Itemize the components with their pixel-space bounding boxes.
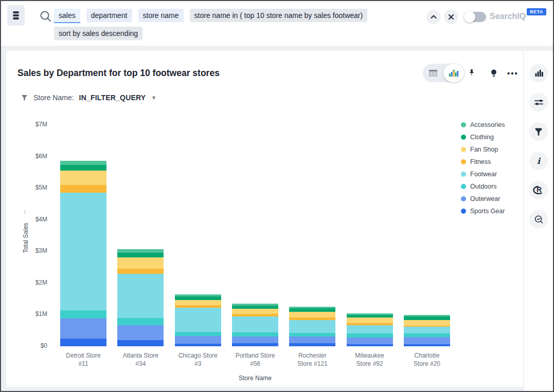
table-view-button[interactable] xyxy=(423,64,443,82)
bar-segment-fitness[interactable] xyxy=(232,314,278,316)
bar-segment-clothing[interactable] xyxy=(117,253,164,257)
search-insight-button[interactable] xyxy=(529,210,548,229)
bar-segment-outerwear[interactable] xyxy=(60,319,106,339)
bar-segment-fan-shop[interactable] xyxy=(117,257,164,269)
answer-card: Sales by Department for top 10 footwear … xyxy=(6,51,523,387)
style-button[interactable] xyxy=(529,122,548,141)
configure-chart-button[interactable] xyxy=(529,93,548,111)
search-token[interactable]: sort by sales descending xyxy=(54,27,142,40)
legend-label: Footwear xyxy=(470,171,497,178)
clear-search-button[interactable] xyxy=(444,10,458,24)
bar-segment-outdoors[interactable] xyxy=(175,332,221,336)
token-row-1: salesdepartmentstore namestore name in (… xyxy=(54,9,414,22)
legend-item[interactable]: Outdoors xyxy=(461,180,505,193)
legend-item[interactable]: Footwear xyxy=(461,168,505,180)
insights-button[interactable] xyxy=(485,64,503,82)
x-axis-category-label: MilwaukeeStore #92 xyxy=(339,351,401,368)
bar-segment-accessories[interactable] xyxy=(175,294,221,296)
data-source-button[interactable] xyxy=(7,5,25,26)
bar-segment-fitness[interactable] xyxy=(117,269,164,274)
bar-segment-clothing[interactable] xyxy=(60,165,106,171)
legend-item[interactable]: Sports Gear xyxy=(461,205,505,217)
bar-segment-outdoors[interactable] xyxy=(232,332,278,337)
bar-segment-accessories[interactable] xyxy=(117,249,164,253)
y-axis-tick-label: $6M xyxy=(22,153,47,160)
bar-segment-footwear[interactable] xyxy=(232,316,278,332)
view-mode-segmented-control xyxy=(423,64,464,82)
bar-segment-fan-shop[interactable] xyxy=(60,171,106,185)
y-axis-tick-label: $3M xyxy=(22,247,47,254)
bar-segment-fan-shop[interactable] xyxy=(289,312,335,318)
beta-badge: BETA xyxy=(527,8,546,15)
search-query-tokens[interactable]: salesdepartmentstore namestore name in (… xyxy=(54,9,414,45)
bar-segment-sports-gear[interactable] xyxy=(117,340,164,346)
bar-segment-accessories[interactable] xyxy=(289,307,335,308)
bar-segment-outdoors[interactable] xyxy=(60,310,106,319)
bar-segment-outerwear[interactable] xyxy=(117,325,164,340)
search-token[interactable]: sales xyxy=(54,9,80,22)
legend-item[interactable]: Fan Shop xyxy=(461,143,505,156)
bar-segment-fan-shop[interactable] xyxy=(347,318,393,323)
filter-row[interactable]: Store Name: IN_FILTER_QUERY ▼ xyxy=(21,94,156,102)
chart-view-button[interactable] xyxy=(443,64,464,82)
bar-segment-fitness[interactable] xyxy=(404,326,450,327)
bar-segment-outerwear[interactable] xyxy=(404,337,450,344)
bar-segment-outdoors[interactable] xyxy=(117,318,164,325)
searchiq-toggle[interactable] xyxy=(464,12,486,22)
bar-segment-sports-gear[interactable] xyxy=(289,343,335,346)
bar-segment-clothing[interactable] xyxy=(347,315,393,318)
bar-segment-footwear[interactable] xyxy=(60,193,106,311)
bar-segment-sports-gear[interactable] xyxy=(347,344,393,346)
legend-item[interactable]: Accessories xyxy=(461,119,505,131)
bar-segment-footwear[interactable] xyxy=(347,325,393,333)
bar-segment-sports-gear[interactable] xyxy=(404,344,450,346)
bar-segment-outerwear[interactable] xyxy=(232,337,278,344)
legend-label: Clothing xyxy=(470,134,494,141)
bar-segment-fan-shop[interactable] xyxy=(232,309,278,314)
bar-segment-footwear[interactable] xyxy=(404,327,450,333)
bar-segment-sports-gear[interactable] xyxy=(175,344,221,346)
chart-type-button[interactable] xyxy=(529,64,548,82)
bar-segment-outerwear[interactable] xyxy=(289,337,335,343)
x-axis-category-label: CharlotteStore #20 xyxy=(396,351,458,368)
bar-segment-fan-shop[interactable] xyxy=(175,300,221,305)
bar-segment-outerwear[interactable] xyxy=(175,336,221,344)
token-row-2: sort by sales descending xyxy=(54,27,414,40)
bar-segment-accessories[interactable] xyxy=(232,304,278,306)
bar-segment-accessories[interactable] xyxy=(347,313,393,315)
bar-segment-outerwear[interactable] xyxy=(347,338,393,344)
bar-segment-clothing[interactable] xyxy=(404,316,450,320)
bar-segment-fitness[interactable] xyxy=(175,305,221,308)
bar-segment-fitness[interactable] xyxy=(347,323,393,325)
legend-item[interactable]: Fitness xyxy=(461,156,505,168)
bar-segment-sports-gear[interactable] xyxy=(232,343,278,346)
bar-segment-clothing[interactable] xyxy=(232,306,278,309)
search-token[interactable]: store name in ( top 10 store name by sal… xyxy=(190,9,368,22)
more-options-button[interactable]: ••• xyxy=(504,64,522,82)
bar-segment-fitness[interactable] xyxy=(289,318,335,320)
bar-segment-footwear[interactable] xyxy=(175,308,221,332)
search-token[interactable]: store name xyxy=(138,9,184,22)
bar-segment-fitness[interactable] xyxy=(60,185,106,193)
legend-item[interactable]: Outerwear xyxy=(461,193,505,205)
collapse-search-button[interactable] xyxy=(426,10,441,24)
bar-segment-clothing[interactable] xyxy=(289,308,335,312)
bar-segment-accessories[interactable] xyxy=(404,315,450,316)
bar-segment-accessories[interactable] xyxy=(60,161,106,165)
bar-segment-outdoors[interactable] xyxy=(289,333,335,337)
bar-segment-outdoors[interactable] xyxy=(347,333,393,337)
info-button[interactable]: i xyxy=(529,152,548,170)
search-token[interactable]: department xyxy=(86,9,132,22)
y-axis-tick-label: $1M xyxy=(22,310,47,318)
bar-segment-outdoors[interactable] xyxy=(404,333,450,337)
legend-label: Sports Gear xyxy=(470,208,505,215)
r-analysis-button[interactable]: R xyxy=(529,181,548,199)
pin-button[interactable] xyxy=(462,64,481,82)
legend-item[interactable]: Clothing xyxy=(461,131,505,143)
bar-segment-sports-gear[interactable] xyxy=(60,339,106,346)
bar-segment-footwear[interactable] xyxy=(117,274,164,318)
search-arrow-icon xyxy=(534,215,544,225)
bar-segment-clothing[interactable] xyxy=(175,296,221,300)
bar-segment-footwear[interactable] xyxy=(289,320,335,333)
bar-segment-fan-shop[interactable] xyxy=(404,320,450,326)
